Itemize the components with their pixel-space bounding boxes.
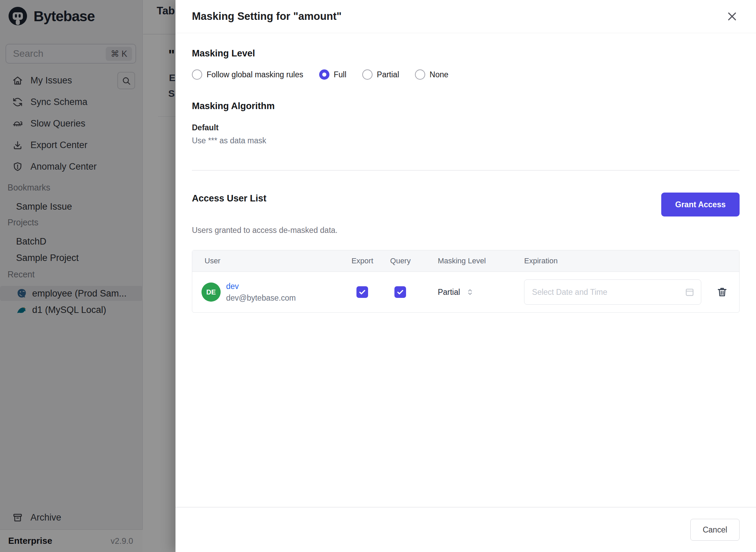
table-row: DE dev dev@bytebase.com: [192, 272, 739, 312]
expiration-datepicker[interactable]: [524, 279, 701, 305]
access-user-list-subtitle: Users granted to access de-masked data.: [192, 225, 740, 235]
chevron-updown-icon: [466, 288, 474, 297]
radio-label: Full: [334, 70, 347, 79]
radio-label: None: [430, 70, 448, 79]
masking-setting-drawer: Masking Setting for "amount" Masking Lev…: [175, 0, 756, 552]
masking-algorithm-description: Use *** as data mask: [192, 136, 740, 145]
user-cell: DE dev dev@bytebase.com: [192, 281, 343, 303]
masking-level-heading: Masking Level: [192, 48, 740, 59]
drawer-footer: Cancel: [175, 507, 756, 552]
export-checkbox-checked[interactable]: [356, 286, 368, 298]
column-header-user: User: [192, 250, 343, 272]
grant-access-button[interactable]: Grant Access: [661, 193, 740, 216]
masking-level-radio-group: Follow global masking rules Full Partial…: [192, 69, 740, 80]
query-checkbox-checked[interactable]: [394, 286, 406, 298]
column-header-export: Export: [343, 250, 381, 272]
drawer-body: Masking Level Follow global masking rule…: [175, 33, 756, 507]
masking-algorithm-name: Default: [192, 123, 740, 132]
access-user-list-header: Access User List Grant Access: [192, 193, 740, 216]
drawer-header: Masking Setting for "amount": [175, 0, 756, 33]
column-header-expiration: Expiration: [513, 250, 705, 272]
masking-algorithm-heading: Masking Algorithm: [192, 100, 740, 112]
radio-option-full[interactable]: Full: [319, 69, 347, 80]
radio-icon[interactable]: [362, 69, 373, 80]
radio-option-partial[interactable]: Partial: [362, 69, 399, 80]
column-header-actions: [705, 250, 739, 272]
access-user-list-heading: Access User List: [192, 193, 266, 204]
radio-label: Partial: [377, 70, 399, 79]
calendar-icon[interactable]: [684, 287, 695, 298]
masking-level-value: Partial: [438, 288, 460, 297]
table-header-row: User Export Query Masking Level Expirati…: [192, 250, 739, 272]
close-icon[interactable]: [725, 9, 740, 24]
radio-option-follow-global[interactable]: Follow global masking rules: [192, 69, 303, 80]
masking-level-select[interactable]: Partial: [419, 288, 513, 297]
radio-option-none[interactable]: None: [415, 69, 448, 80]
user-name-link[interactable]: dev: [226, 281, 296, 291]
radio-icon-selected[interactable]: [319, 69, 329, 80]
access-user-table: User Export Query Masking Level Expirati…: [192, 250, 740, 313]
drawer-title: Masking Setting for "amount": [192, 10, 342, 23]
section-divider: [192, 170, 740, 171]
radio-icon[interactable]: [415, 69, 425, 80]
radio-label: Follow global masking rules: [207, 70, 303, 79]
expiration-input[interactable]: [524, 279, 701, 305]
radio-icon[interactable]: [192, 69, 202, 80]
avatar: DE: [201, 282, 221, 302]
user-email: dev@bytebase.com: [226, 293, 296, 303]
trash-icon[interactable]: [705, 286, 739, 298]
cancel-button[interactable]: Cancel: [690, 519, 740, 541]
column-header-masking-level: Masking Level: [419, 250, 513, 272]
column-header-query: Query: [381, 250, 419, 272]
